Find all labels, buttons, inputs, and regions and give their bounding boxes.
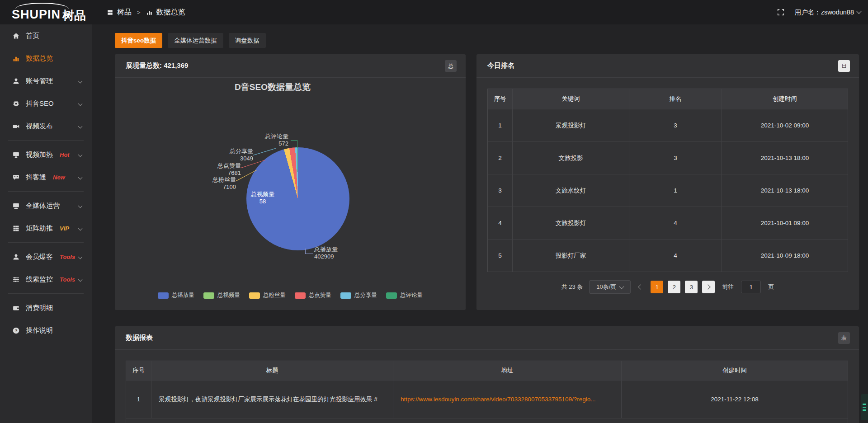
chevron-left-icon <box>638 284 643 289</box>
topbar-right: 用户名：zswodun88 <box>777 0 861 24</box>
legend-swatch <box>340 292 351 299</box>
cell-created: 2021-10-13 18:00 <box>722 141 848 174</box>
report-title: 数据报表 <box>126 334 153 342</box>
legend-swatch <box>386 292 397 299</box>
breadcrumb-current[interactable]: 数据总览 <box>156 8 185 17</box>
user-icon <box>12 77 20 85</box>
user-icon <box>12 253 20 261</box>
sidebar-item-account[interactable]: 账号管理 <box>0 70 92 92</box>
sidebar-item-consumption[interactable]: 消费明细 <box>0 296 92 319</box>
sidebar-item-home[interactable]: 首页 <box>0 24 92 47</box>
new-tag: New <box>53 174 65 181</box>
main-content: 抖音seo数据 全媒体运营数据 询盘数据 展现量总数: 421,369 总 D音… <box>92 24 868 423</box>
day-badge-button[interactable]: 日 <box>838 60 850 72</box>
report-panel: 数据报表 表 序号 标题 地址 创建时间 1 景观投影灯，夜游景观投影灯厂家展示… <box>115 326 859 423</box>
sidebar-item-media-operation[interactable]: 全媒体运营 <box>0 194 92 217</box>
sidebar-item-member-baoke[interactable]: 会员爆客 Tools <box>0 245 92 268</box>
cell-index: 3 <box>488 174 513 207</box>
column-header: 序号 <box>488 89 513 109</box>
legend-item-shares[interactable]: 总分享量 <box>340 291 377 299</box>
pie-label-fans: 总粉丝量 7100 <box>191 176 236 191</box>
cell-rank: 4 <box>629 239 722 272</box>
report-table: 序号 标题 地址 创建时间 1 景观投影灯，夜游景观投影灯厂家展示展示落花灯在花… <box>126 361 848 423</box>
chat-bubble-icon <box>12 174 20 181</box>
grid-matrix-icon <box>12 225 20 232</box>
floating-support-widget[interactable] <box>861 394 868 420</box>
widget-line <box>863 409 866 411</box>
gear-icon <box>12 100 20 108</box>
table-badge-button[interactable]: 表 <box>838 332 850 344</box>
chevron-down-icon <box>78 175 83 179</box>
page-size-select[interactable]: 10条/页 <box>589 280 631 294</box>
total-badge-button[interactable]: 总 <box>445 60 457 72</box>
table-row: 3 文旅水纹灯 1 2021-10-13 18:00 <box>488 174 848 207</box>
cell-index: 1 <box>126 380 151 418</box>
cell-rank: 1 <box>629 174 722 207</box>
legend-swatch <box>249 292 260 299</box>
column-header: 地址 <box>393 361 622 380</box>
next-page-button[interactable] <box>702 281 715 293</box>
chevron-down-icon <box>78 226 83 230</box>
sidebar-divider <box>8 140 84 141</box>
breadcrumb-root[interactable]: 树品 <box>117 8 132 17</box>
sidebar-divider <box>8 242 84 243</box>
page-button-3[interactable]: 3 <box>685 281 698 293</box>
sidebar-item-video-heat[interactable]: 视频加热 Hot <box>0 143 92 166</box>
chevron-right-icon <box>706 284 711 289</box>
logo-text-en: SHUPIN <box>12 8 61 22</box>
logo-text-cn: 树品 <box>62 8 86 24</box>
sidebar-item-instructions[interactable]: ? 操作说明 <box>0 319 92 342</box>
sidebar-divider <box>8 293 84 294</box>
tab-media-operation[interactable]: 全媒体运营数据 <box>168 33 223 48</box>
report-panel-header: 数据报表 表 <box>115 326 859 350</box>
legend-swatch <box>295 292 306 299</box>
sidebar-item-douketong[interactable]: 抖客通 New <box>0 166 92 188</box>
legend-item-fans[interactable]: 总粉丝量 <box>249 291 286 299</box>
fullscreen-icon[interactable] <box>777 8 785 16</box>
tools-tag: Tools <box>60 254 75 260</box>
pagination: 共 23 条 10条/页 1 2 3 前往 页 <box>476 280 859 294</box>
home-icon <box>12 32 20 40</box>
table-header-row: 序号 关键词 排名 创建时间 <box>488 89 848 109</box>
bar-chart-icon <box>12 55 20 62</box>
legend-item-plays[interactable]: 总播放量 <box>158 291 194 299</box>
pie-label-shares: 总分享量 3049 <box>208 148 253 162</box>
app-logo: SHUPIN 树品 <box>12 4 102 22</box>
goto-label: 前往 <box>722 283 734 291</box>
sidebar-item-lead-monitor[interactable]: 线索监控 Tools <box>0 268 92 291</box>
prev-page-button[interactable] <box>635 281 646 293</box>
sidebar-item-data-overview[interactable]: 数据总览 <box>0 47 92 70</box>
sidebar-item-matrix-boost[interactable]: 矩阵助推 VIP <box>0 217 92 240</box>
tab-inquiry[interactable]: 询盘数据 <box>229 33 266 48</box>
cell-created: 2021-10-01 09:00 <box>722 207 848 239</box>
chevron-down-icon <box>78 79 83 83</box>
page-button-2[interactable]: 2 <box>668 281 680 293</box>
data-tabs: 抖音seo数据 全媒体运营数据 询盘数据 <box>115 33 266 48</box>
table-row: 4 文旅投影灯 4 2021-10-01 09:00 <box>488 207 848 239</box>
cell-created: 2021-11-22 12:08 <box>622 380 848 418</box>
legend-item-videos[interactable]: 总视频量 <box>203 291 240 299</box>
table-header-row: 序号 标题 地址 创建时间 <box>126 361 848 380</box>
video-link[interactable]: https://www.iesdouyin.com/share/video/70… <box>401 396 596 403</box>
goto-page-input[interactable] <box>741 281 761 293</box>
column-header: 关键词 <box>513 89 629 109</box>
sidebar-item-douyin-seo[interactable]: 抖音SEO <box>0 92 92 115</box>
ranking-panel-header: 今日排名 日 <box>476 54 859 78</box>
ranking-table: 序号 关键词 排名 创建时间 1 景观投影灯 3 2021-10-02 09:0… <box>487 89 848 272</box>
wallet-icon <box>12 304 20 312</box>
overview-panel: 展现量总数: 421,369 总 D音SEO数据量总览 总评论量 572 总分享… <box>115 54 466 310</box>
sidebar: 首页 数据总览 账号管理 抖音SEO 视频发布 视频加热 Hot 抖客通 New… <box>0 24 92 423</box>
chevron-down-icon <box>78 124 83 128</box>
column-header: 标题 <box>151 361 393 380</box>
cell-rank: 4 <box>629 207 722 239</box>
question-circle-icon: ? <box>12 327 20 334</box>
legend-item-comments[interactable]: 总评论量 <box>386 291 423 299</box>
cell-created: 2021-10-09 18:00 <box>722 239 848 272</box>
page-button-1[interactable]: 1 <box>651 281 663 293</box>
pie-callout-line <box>291 140 297 148</box>
overview-panel-header: 展现量总数: 421,369 总 <box>115 54 466 78</box>
legend-item-likes[interactable]: 总点赞量 <box>295 291 331 299</box>
sidebar-item-video-publish[interactable]: 视频发布 <box>0 115 92 137</box>
tab-douyin-seo[interactable]: 抖音seo数据 <box>115 33 162 48</box>
user-menu[interactable]: 用户名：zswodun88 <box>795 8 861 17</box>
